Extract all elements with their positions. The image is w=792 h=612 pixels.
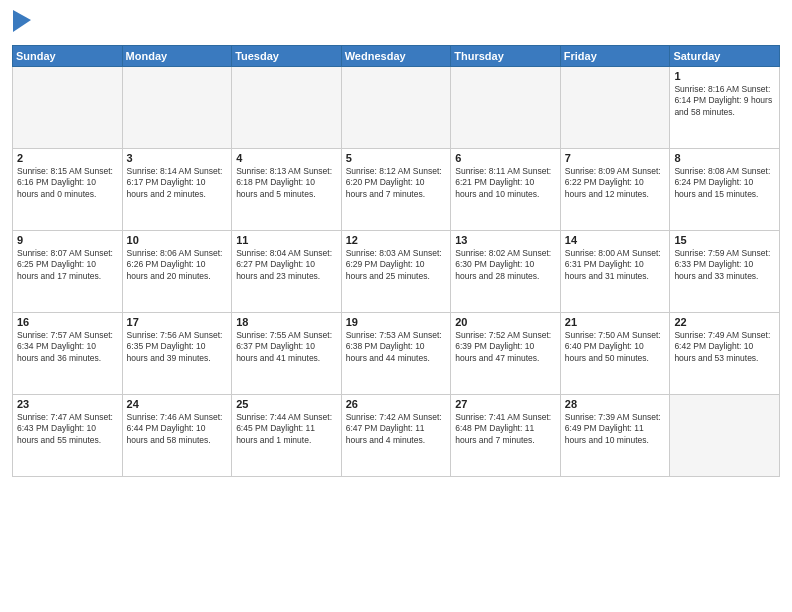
calendar-cell (560, 66, 670, 148)
day-info: Sunrise: 7:52 AM Sunset: 6:39 PM Dayligh… (455, 330, 556, 364)
svg-marker-0 (13, 10, 31, 32)
day-number: 23 (17, 398, 118, 410)
calendar-cell: 26Sunrise: 7:42 AM Sunset: 6:47 PM Dayli… (341, 394, 451, 476)
day-info: Sunrise: 8:07 AM Sunset: 6:25 PM Dayligh… (17, 248, 118, 282)
day-number: 3 (127, 152, 228, 164)
day-number: 18 (236, 316, 337, 328)
day-number: 10 (127, 234, 228, 246)
day-number: 15 (674, 234, 775, 246)
calendar-cell: 11Sunrise: 8:04 AM Sunset: 6:27 PM Dayli… (232, 230, 342, 312)
calendar-cell (13, 66, 123, 148)
day-number: 4 (236, 152, 337, 164)
day-info: Sunrise: 8:04 AM Sunset: 6:27 PM Dayligh… (236, 248, 337, 282)
calendar-cell: 9Sunrise: 8:07 AM Sunset: 6:25 PM Daylig… (13, 230, 123, 312)
calendar-cell: 3Sunrise: 8:14 AM Sunset: 6:17 PM Daylig… (122, 148, 232, 230)
day-number: 7 (565, 152, 666, 164)
day-info: Sunrise: 7:50 AM Sunset: 6:40 PM Dayligh… (565, 330, 666, 364)
calendar-cell: 21Sunrise: 7:50 AM Sunset: 6:40 PM Dayli… (560, 312, 670, 394)
day-number: 22 (674, 316, 775, 328)
day-number: 28 (565, 398, 666, 410)
calendar-cell (341, 66, 451, 148)
calendar-cell: 19Sunrise: 7:53 AM Sunset: 6:38 PM Dayli… (341, 312, 451, 394)
weekday-header-saturday: Saturday (670, 45, 780, 66)
day-number: 9 (17, 234, 118, 246)
calendar-cell: 12Sunrise: 8:03 AM Sunset: 6:29 PM Dayli… (341, 230, 451, 312)
day-info: Sunrise: 8:15 AM Sunset: 6:16 PM Dayligh… (17, 166, 118, 200)
day-info: Sunrise: 7:59 AM Sunset: 6:33 PM Dayligh… (674, 248, 775, 282)
calendar-week-row: 9Sunrise: 8:07 AM Sunset: 6:25 PM Daylig… (13, 230, 780, 312)
day-number: 5 (346, 152, 447, 164)
day-info: Sunrise: 7:53 AM Sunset: 6:38 PM Dayligh… (346, 330, 447, 364)
weekday-header-tuesday: Tuesday (232, 45, 342, 66)
header (12, 10, 780, 37)
calendar-cell: 22Sunrise: 7:49 AM Sunset: 6:42 PM Dayli… (670, 312, 780, 394)
weekday-header-thursday: Thursday (451, 45, 561, 66)
calendar-cell: 25Sunrise: 7:44 AM Sunset: 6:45 PM Dayli… (232, 394, 342, 476)
day-number: 19 (346, 316, 447, 328)
weekday-header-friday: Friday (560, 45, 670, 66)
day-number: 1 (674, 70, 775, 82)
day-info: Sunrise: 8:09 AM Sunset: 6:22 PM Dayligh… (565, 166, 666, 200)
weekday-header-row: SundayMondayTuesdayWednesdayThursdayFrid… (13, 45, 780, 66)
calendar-cell: 8Sunrise: 8:08 AM Sunset: 6:24 PM Daylig… (670, 148, 780, 230)
day-number: 17 (127, 316, 228, 328)
day-number: 20 (455, 316, 556, 328)
day-number: 11 (236, 234, 337, 246)
day-info: Sunrise: 8:00 AM Sunset: 6:31 PM Dayligh… (565, 248, 666, 282)
day-info: Sunrise: 8:08 AM Sunset: 6:24 PM Dayligh… (674, 166, 775, 200)
calendar-cell: 14Sunrise: 8:00 AM Sunset: 6:31 PM Dayli… (560, 230, 670, 312)
calendar-cell: 10Sunrise: 8:06 AM Sunset: 6:26 PM Dayli… (122, 230, 232, 312)
calendar-cell: 6Sunrise: 8:11 AM Sunset: 6:21 PM Daylig… (451, 148, 561, 230)
logo-triangle-icon (13, 10, 31, 32)
day-info: Sunrise: 8:03 AM Sunset: 6:29 PM Dayligh… (346, 248, 447, 282)
page: SundayMondayTuesdayWednesdayThursdayFrid… (0, 0, 792, 612)
calendar-cell: 4Sunrise: 8:13 AM Sunset: 6:18 PM Daylig… (232, 148, 342, 230)
weekday-header-wednesday: Wednesday (341, 45, 451, 66)
day-info: Sunrise: 7:46 AM Sunset: 6:44 PM Dayligh… (127, 412, 228, 446)
calendar-cell: 13Sunrise: 8:02 AM Sunset: 6:30 PM Dayli… (451, 230, 561, 312)
calendar-cell: 1Sunrise: 8:16 AM Sunset: 6:14 PM Daylig… (670, 66, 780, 148)
day-info: Sunrise: 7:49 AM Sunset: 6:42 PM Dayligh… (674, 330, 775, 364)
day-number: 24 (127, 398, 228, 410)
calendar-week-row: 16Sunrise: 7:57 AM Sunset: 6:34 PM Dayli… (13, 312, 780, 394)
calendar-cell (670, 394, 780, 476)
day-info: Sunrise: 7:41 AM Sunset: 6:48 PM Dayligh… (455, 412, 556, 446)
day-info: Sunrise: 8:02 AM Sunset: 6:30 PM Dayligh… (455, 248, 556, 282)
day-number: 21 (565, 316, 666, 328)
day-number: 26 (346, 398, 447, 410)
day-info: Sunrise: 8:12 AM Sunset: 6:20 PM Dayligh… (346, 166, 447, 200)
calendar-cell: 5Sunrise: 8:12 AM Sunset: 6:20 PM Daylig… (341, 148, 451, 230)
calendar-cell: 23Sunrise: 7:47 AM Sunset: 6:43 PM Dayli… (13, 394, 123, 476)
calendar-cell: 28Sunrise: 7:39 AM Sunset: 6:49 PM Dayli… (560, 394, 670, 476)
day-info: Sunrise: 8:06 AM Sunset: 6:26 PM Dayligh… (127, 248, 228, 282)
day-info: Sunrise: 7:57 AM Sunset: 6:34 PM Dayligh… (17, 330, 118, 364)
day-info: Sunrise: 7:42 AM Sunset: 6:47 PM Dayligh… (346, 412, 447, 446)
calendar-cell: 7Sunrise: 8:09 AM Sunset: 6:22 PM Daylig… (560, 148, 670, 230)
calendar-week-row: 2Sunrise: 8:15 AM Sunset: 6:16 PM Daylig… (13, 148, 780, 230)
day-info: Sunrise: 7:56 AM Sunset: 6:35 PM Dayligh… (127, 330, 228, 364)
day-number: 14 (565, 234, 666, 246)
calendar-cell: 16Sunrise: 7:57 AM Sunset: 6:34 PM Dayli… (13, 312, 123, 394)
day-info: Sunrise: 7:47 AM Sunset: 6:43 PM Dayligh… (17, 412, 118, 446)
calendar-cell (122, 66, 232, 148)
calendar-cell: 27Sunrise: 7:41 AM Sunset: 6:48 PM Dayli… (451, 394, 561, 476)
calendar-cell: 18Sunrise: 7:55 AM Sunset: 6:37 PM Dayli… (232, 312, 342, 394)
day-info: Sunrise: 8:11 AM Sunset: 6:21 PM Dayligh… (455, 166, 556, 200)
calendar-cell: 20Sunrise: 7:52 AM Sunset: 6:39 PM Dayli… (451, 312, 561, 394)
day-info: Sunrise: 7:55 AM Sunset: 6:37 PM Dayligh… (236, 330, 337, 364)
day-number: 13 (455, 234, 556, 246)
day-info: Sunrise: 7:39 AM Sunset: 6:49 PM Dayligh… (565, 412, 666, 446)
day-number: 27 (455, 398, 556, 410)
day-info: Sunrise: 8:16 AM Sunset: 6:14 PM Dayligh… (674, 84, 775, 118)
calendar-cell: 15Sunrise: 7:59 AM Sunset: 6:33 PM Dayli… (670, 230, 780, 312)
logo (12, 10, 31, 37)
day-info: Sunrise: 8:14 AM Sunset: 6:17 PM Dayligh… (127, 166, 228, 200)
day-number: 12 (346, 234, 447, 246)
calendar-week-row: 1Sunrise: 8:16 AM Sunset: 6:14 PM Daylig… (13, 66, 780, 148)
calendar-cell: 2Sunrise: 8:15 AM Sunset: 6:16 PM Daylig… (13, 148, 123, 230)
day-info: Sunrise: 8:13 AM Sunset: 6:18 PM Dayligh… (236, 166, 337, 200)
calendar-table: SundayMondayTuesdayWednesdayThursdayFrid… (12, 45, 780, 477)
calendar-cell (451, 66, 561, 148)
day-info: Sunrise: 7:44 AM Sunset: 6:45 PM Dayligh… (236, 412, 337, 446)
weekday-header-monday: Monday (122, 45, 232, 66)
